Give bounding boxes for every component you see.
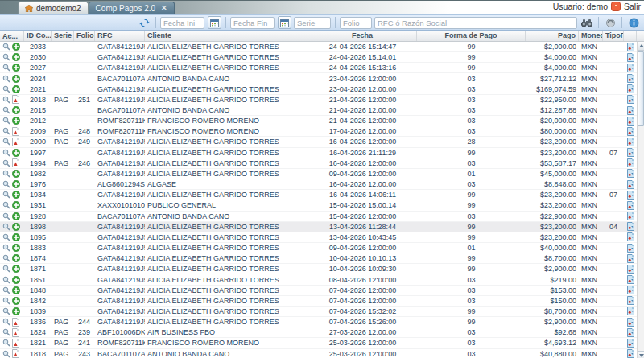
col-header-id[interactable]: ID Co... xyxy=(24,31,52,41)
xml-download-icon[interactable] xyxy=(627,74,634,83)
view-detail-icon[interactable] xyxy=(2,318,10,326)
table-row[interactable]: 1994 PAG 246 GATA841219J51 ALICIA ELIZAB… xyxy=(0,158,637,169)
xml-download-icon[interactable] xyxy=(627,275,634,284)
add-payment-icon[interactable] xyxy=(12,106,20,114)
view-detail-icon[interactable] xyxy=(2,159,10,167)
view-detail-icon[interactable] xyxy=(2,191,10,199)
xml-download-icon[interactable] xyxy=(627,106,634,115)
table-row[interactable]: 2009 PAG 248 ROMF820711KU3 FRANCISCO ROM… xyxy=(0,126,637,137)
add-payment-icon[interactable] xyxy=(12,265,20,273)
add-payment-icon[interactable] xyxy=(12,201,20,209)
table-row[interactable]: 1976 ALG8601294S9 ALGASE 16-04-2026 12:0… xyxy=(0,179,637,190)
pdf-icon[interactable] xyxy=(12,158,19,167)
view-detail-icon[interactable] xyxy=(2,117,10,125)
col-header-moneda[interactable]: Moneda xyxy=(579,31,603,41)
table-row[interactable]: 1934 GATA841219J51 ALICIA ELIZABETH GARR… xyxy=(0,190,637,200)
xml-download-icon[interactable] xyxy=(627,43,634,51)
calendar-icon[interactable] xyxy=(278,16,291,29)
logout-icon[interactable] xyxy=(611,2,621,11)
xml-download-icon[interactable] xyxy=(627,158,634,167)
col-header-rfc[interactable]: RFC xyxy=(95,31,145,41)
search-binoculars-icon[interactable] xyxy=(580,16,594,29)
add-payment-icon[interactable] xyxy=(12,307,20,315)
table-row[interactable]: 2000 PAG 249 GATA841219J51 ALICIA ELIZAB… xyxy=(0,137,637,147)
xml-download-icon[interactable] xyxy=(627,339,634,348)
view-detail-icon[interactable] xyxy=(2,64,10,72)
view-detail-icon[interactable] xyxy=(2,75,10,83)
add-payment-icon[interactable] xyxy=(12,117,20,125)
xml-download-icon[interactable] xyxy=(627,328,634,337)
pdf-icon[interactable] xyxy=(12,138,19,146)
add-payment-icon[interactable] xyxy=(12,53,20,61)
xml-download-icon[interactable] xyxy=(627,95,634,104)
view-detail-icon[interactable] xyxy=(2,223,10,231)
table-row[interactable]: 1895 GATA841219J51 ALICIA ELIZABETH GARR… xyxy=(0,232,637,243)
tab-comp-pagos[interactable]: Comp Pagos 2.0 ✕ xyxy=(89,2,175,14)
vertical-scrollbar[interactable] xyxy=(637,42,644,358)
table-row[interactable]: 1898 GATA841219J51 ALICIA ELIZABETH GARR… xyxy=(0,222,637,232)
table-row[interactable]: 1836 PAG 244 GATA841219J51 ALICIA ELIZAB… xyxy=(0,317,637,327)
table-row[interactable]: 2015 BACA701107A17 ANTONIO BANDA CANO 21… xyxy=(0,105,637,116)
view-detail-icon[interactable] xyxy=(2,127,10,135)
table-row[interactable]: 2027 GATA841219J51 ALICIA ELIZABETH GARR… xyxy=(0,63,637,73)
pdf-icon[interactable] xyxy=(12,127,19,136)
view-detail-icon[interactable] xyxy=(2,43,10,51)
view-detail-icon[interactable] xyxy=(2,350,10,358)
scrollbar-thumb[interactable] xyxy=(638,51,644,126)
xml-download-icon[interactable] xyxy=(627,244,634,253)
view-detail-icon[interactable] xyxy=(2,85,10,93)
table-row[interactable]: 1818 PAG 243 BACA701107A17 ANTONIO BANDA… xyxy=(0,349,637,358)
scroll-down-arrow[interactable] xyxy=(638,351,644,358)
view-detail-icon[interactable] xyxy=(2,212,10,220)
xml-download-icon[interactable] xyxy=(627,169,634,178)
add-payment-icon[interactable] xyxy=(12,233,20,241)
xml-download-icon[interactable] xyxy=(627,254,634,263)
add-payment-icon[interactable] xyxy=(12,286,20,294)
col-header-tipo-relacion[interactable]: TipoR... xyxy=(603,31,624,41)
add-payment-icon[interactable] xyxy=(12,149,20,157)
add-payment-icon[interactable] xyxy=(12,191,20,199)
pdf-icon[interactable] xyxy=(12,349,19,358)
xml-download-icon[interactable] xyxy=(627,117,634,126)
add-payment-icon[interactable] xyxy=(12,212,20,220)
add-payment-icon[interactable] xyxy=(12,254,20,262)
table-row[interactable]: 2021 GATA841219J51 ALICIA ELIZABETH GARR… xyxy=(0,84,637,95)
view-detail-icon[interactable] xyxy=(2,244,10,252)
table-row[interactable]: 1883 GATA841219J51 ALICIA ELIZABETH GARR… xyxy=(0,243,637,253)
view-detail-icon[interactable] xyxy=(2,106,10,114)
xml-download-icon[interactable] xyxy=(627,84,634,93)
table-row[interactable]: 1848 GATA841219J51 ALICIA ELIZABETH GARR… xyxy=(0,286,637,296)
serie-input[interactable] xyxy=(294,17,331,29)
table-row[interactable]: 1874 GATA841219J51 ALICIA ELIZABETH GARR… xyxy=(0,253,637,264)
table-row[interactable]: 2018 PAG 251 GATA841219J51 ALICIA ELIZAB… xyxy=(0,95,637,105)
xml-download-icon[interactable] xyxy=(627,307,634,315)
xml-download-icon[interactable] xyxy=(627,232,634,241)
xml-download-icon[interactable] xyxy=(627,222,634,231)
add-payment-icon[interactable] xyxy=(12,170,20,178)
add-payment-icon[interactable] xyxy=(12,43,20,51)
table-row[interactable]: 1851 GATA841219J51 ALICIA ELIZABETH GARR… xyxy=(0,274,637,285)
xml-download-icon[interactable] xyxy=(627,127,634,136)
pdf-icon[interactable] xyxy=(12,318,19,327)
table-row[interactable]: 1997 GATA841219J51 ALICIA ELIZABETH GARR… xyxy=(0,148,637,158)
view-detail-icon[interactable] xyxy=(2,328,10,336)
view-detail-icon[interactable] xyxy=(2,254,10,262)
rfc-razon-social-input[interactable] xyxy=(374,17,577,29)
table-row[interactable]: 1928 BACA701107A17 ANTONIO BANDA CANO 15… xyxy=(0,212,637,222)
col-header-serie[interactable]: Serie xyxy=(52,31,74,41)
view-detail-icon[interactable] xyxy=(2,339,10,347)
xml-download-icon[interactable] xyxy=(627,138,634,146)
table-row[interactable]: 1931 XAXX010101000 PUBLICO GENERAL 15-04… xyxy=(0,200,637,211)
view-detail-icon[interactable] xyxy=(2,170,10,178)
xml-download-icon[interactable] xyxy=(627,148,634,157)
view-detail-icon[interactable] xyxy=(2,138,10,146)
table-row[interactable]: 2030 GATA841219J51 ALICIA ELIZABETH GARR… xyxy=(0,52,637,63)
folio-input[interactable] xyxy=(340,17,372,29)
fecha-fin-input[interactable] xyxy=(230,17,275,29)
xml-download-icon[interactable] xyxy=(627,318,634,327)
view-detail-icon[interactable] xyxy=(2,297,10,305)
table-row[interactable]: 1982 GATA841219J51 ALICIA ELIZABETH GARR… xyxy=(0,169,637,179)
view-detail-icon[interactable] xyxy=(2,265,10,273)
col-header-forma-pago[interactable]: Forma de Pago xyxy=(417,31,526,41)
col-header-cliente[interactable]: Cliente xyxy=(145,31,308,41)
